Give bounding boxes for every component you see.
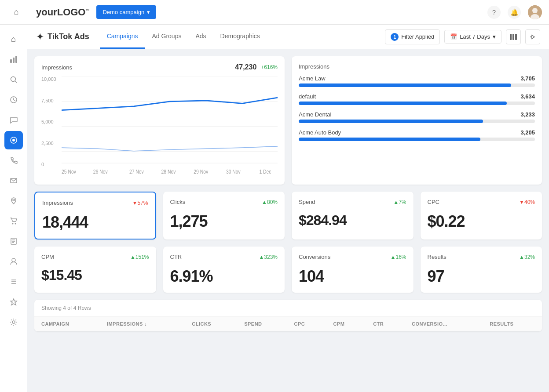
impressions-bar-chart-card: Impressions Acme Law 3,705 (292, 56, 542, 185)
metric-card-header-ctr: CTR ▲323% (170, 254, 278, 260)
bar-item-0: Acme Law 3,705 (299, 75, 535, 87)
sidebar-item-cart[interactable] (4, 212, 23, 230)
metric-value-results: 97 (428, 267, 535, 286)
data-table: CAMPAIGN IMPRESSIONS ↓ CLICKS SPEND CPC … (34, 317, 542, 331)
metric-card-results[interactable]: Results ▲32% 97 (421, 247, 542, 293)
svg-rect-29 (515, 34, 517, 40)
avatar[interactable] (528, 5, 542, 19)
svg-rect-3 (10, 59, 12, 63)
metric-card-header-cpm: CPM ▲151% (41, 254, 149, 260)
bar-chart-header: Impressions (299, 63, 535, 70)
sidebar-item-reports[interactable] (4, 232, 23, 250)
line-chart-container: 10,000 7,500 5,000 2,500 0 (41, 76, 278, 178)
metric-card-impressions[interactable]: Impressions ▼57% 18,444 (34, 192, 156, 240)
metrics-row-2: CPM ▲151% $15.45 CTR ▲323% 6.91% Convers… (34, 247, 542, 293)
sidebar-item-list[interactable] (4, 272, 23, 291)
sidebar-item-search[interactable] (4, 70, 23, 89)
chart-main-value: 47,230 (235, 63, 256, 71)
svg-text:26 Nov: 26 Nov (93, 169, 108, 175)
svg-point-15 (12, 223, 13, 225)
tiktok-logo-icon: ✦ (36, 31, 44, 43)
tab-campaigns[interactable]: Campaigns (100, 25, 145, 49)
svg-text:25 Nov: 25 Nov (62, 169, 76, 175)
col-spend[interactable]: SPEND (237, 317, 287, 331)
tab-ads[interactable]: Ads (188, 25, 213, 49)
bell-icon[interactable]: 🔔 (508, 6, 521, 19)
dashboard: Impressions 47,230 +616% 10,000 7,500 5,… (27, 49, 549, 338)
metric-card-header-1: Clicks ▲80% (170, 199, 278, 205)
nav-right: ? 🔔 (487, 5, 542, 19)
sidebar-item-home[interactable]: ⌂ (4, 30, 23, 48)
metric-card-conversions[interactable]: Conversions ▲16% 104 (292, 247, 414, 293)
svg-text:30 Nov: 30 Nov (226, 169, 241, 175)
col-clicks[interactable]: CLICKS (185, 317, 237, 331)
sidebar-item-phone[interactable] (4, 151, 23, 170)
metric-value-cpc: $0.22 (428, 212, 535, 231)
top-nav: ⌂ yourLOGO™ Demo campaign ▾ ? 🔔 (0, 0, 549, 25)
col-ctr[interactable]: CTR (366, 317, 405, 331)
col-cpc[interactable]: CPC (287, 317, 326, 331)
sidebar: ⌂ (0, 25, 27, 338)
columns-button[interactable] (506, 29, 521, 44)
chart-value-group: 47,230 +616% (235, 63, 278, 71)
metrics-row-1: Impressions ▼57% 18,444 Clicks ▲80% 1,27… (34, 192, 542, 240)
sidebar-item-chat[interactable] (4, 111, 23, 129)
svg-point-14 (13, 199, 15, 201)
sidebar-item-user[interactable] (4, 252, 23, 271)
share-button[interactable] (525, 29, 540, 44)
sidebar-item-settings[interactable] (4, 313, 23, 331)
bar-row-0: Acme Law 3,705 (299, 75, 535, 82)
tab-demographics[interactable]: Demographics (213, 25, 267, 49)
svg-point-16 (15, 223, 16, 225)
date-range-button[interactable]: 📅 Last 7 Days ▾ (444, 30, 501, 44)
metric-card-header-2: Spend ▲7% (299, 199, 406, 205)
svg-rect-28 (512, 34, 514, 40)
filter-button[interactable]: 1 Filter Applied (385, 29, 440, 44)
bar-row-2: Acme Dental 3,233 (299, 111, 535, 118)
calendar-icon: 📅 (450, 33, 457, 40)
impressions-line-chart-card: Impressions 47,230 +616% 10,000 7,500 5,… (34, 56, 285, 185)
demo-campaign-button[interactable]: Demo campaign ▾ (96, 5, 156, 19)
metric-value-clicks: 1,275 (170, 212, 278, 231)
chart-title: Impressions (41, 64, 72, 71)
bar-fill-3 (299, 138, 480, 141)
metric-card-clicks[interactable]: Clicks ▲80% 1,275 (163, 192, 285, 240)
metric-card-header-conversions: Conversions ▲16% (299, 254, 406, 260)
sidebar-item-location[interactable] (4, 192, 23, 210)
svg-rect-4 (13, 58, 15, 63)
sidebar-item-active[interactable] (4, 131, 23, 149)
metric-card-ctr[interactable]: CTR ▲323% 6.91% (163, 247, 285, 293)
data-table-card: Showing 4 of 4 Rows CAMPAIGN IMPRESSIONS… (34, 300, 542, 331)
main-content: ✦ TikTok Ads Campaigns Ad Groups Ads Dem… (27, 25, 549, 338)
home-nav-icon[interactable]: ⌂ (7, 3, 26, 22)
svg-marker-25 (11, 299, 17, 305)
sidebar-item-time[interactable] (4, 91, 23, 109)
bar-row-3: Acme Auto Body 3,205 (299, 129, 535, 136)
metric-card-cpc[interactable]: CPC ▼40% $0.22 (421, 192, 542, 240)
metric-card-cpm[interactable]: CPM ▲151% $15.45 (34, 247, 156, 293)
col-cpm[interactable]: CPM (326, 317, 366, 331)
svg-text:29 Nov: 29 Nov (194, 169, 208, 175)
col-campaign[interactable]: CAMPAIGN (34, 317, 100, 331)
metric-card-spend[interactable]: Spend ▲7% $284.94 (292, 192, 414, 240)
svg-line-10 (14, 100, 15, 101)
col-impressions[interactable]: IMPRESSIONS ↓ (100, 317, 185, 331)
y-axis-labels: 10,000 7,500 5,000 2,500 0 (41, 76, 62, 178)
sidebar-item-analytics[interactable] (4, 50, 23, 69)
help-icon[interactable]: ? (487, 6, 501, 19)
bar-chart-items: Acme Law 3,705 default 3,634 (299, 75, 535, 141)
tab-ad-groups[interactable]: Ad Groups (145, 25, 189, 49)
col-results[interactable]: RESULTS (483, 317, 542, 331)
table-header-row: CAMPAIGN IMPRESSIONS ↓ CLICKS SPEND CPC … (34, 317, 542, 331)
sidebar-item-plugin[interactable] (4, 293, 23, 311)
bar-track-3 (299, 138, 535, 141)
metric-value-spend: $284.94 (299, 212, 406, 229)
nav-tabs: Campaigns Ad Groups Ads Demographics (100, 25, 267, 49)
svg-line-7 (15, 81, 17, 83)
share-icon (529, 33, 536, 40)
metric-card-header-results: Results ▲32% (428, 254, 535, 260)
col-conversions[interactable]: CONVERSIO... (405, 317, 483, 331)
sidebar-item-mail[interactable] (4, 171, 23, 190)
page-title: TikTok Ads (48, 32, 89, 41)
svg-point-26 (12, 321, 15, 323)
